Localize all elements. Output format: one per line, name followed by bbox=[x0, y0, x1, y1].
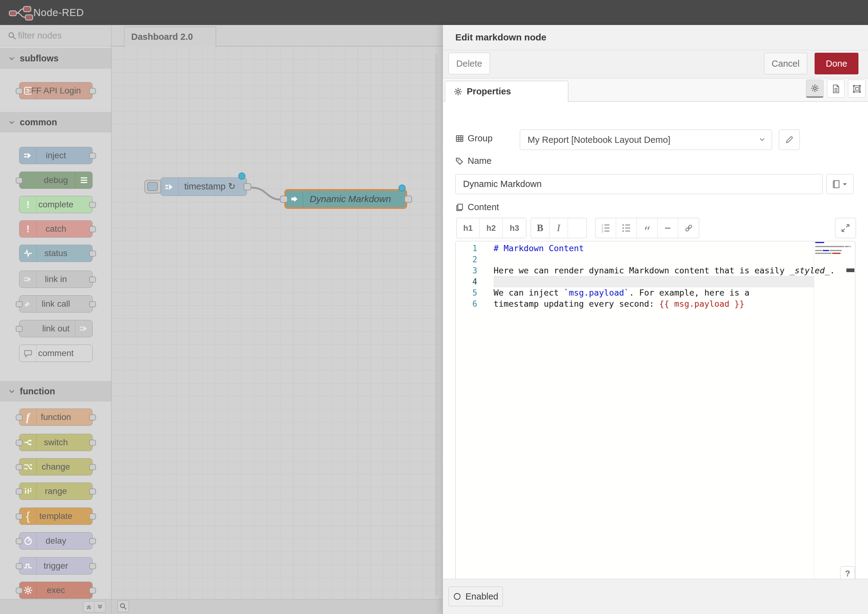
node-dynamic-markdown[interactable]: Dynamic Markdown bbox=[284, 189, 407, 209]
palette-search[interactable] bbox=[0, 25, 111, 46]
palette-category-subflows[interactable]: subflows bbox=[0, 48, 111, 68]
palette-node-template[interactable]: {template bbox=[19, 507, 93, 525]
palette-node-label: change bbox=[19, 459, 92, 475]
name-type-button[interactable] bbox=[826, 174, 854, 194]
palette-expand-all-button[interactable] bbox=[94, 601, 106, 612]
palette-node-link-in[interactable]: link in bbox=[19, 271, 93, 288]
properties-tab-button[interactable] bbox=[806, 80, 823, 98]
tray-title-bar: Edit markdown node bbox=[443, 25, 868, 50]
tab-properties[interactable]: Properties bbox=[445, 81, 568, 102]
palette-node-ff-api-login[interactable]: FF API Login bbox=[19, 82, 93, 99]
changed-indicator-markdown bbox=[399, 185, 405, 192]
tab-label: Dashboard 2.0 bbox=[124, 27, 216, 46]
palette-node-change[interactable]: change bbox=[19, 458, 93, 476]
port-markdown-output[interactable] bbox=[404, 195, 412, 203]
output-port bbox=[89, 513, 96, 519]
group-select[interactable]: My Report [Notebook Layout Demo] bbox=[520, 130, 772, 150]
minimap-line bbox=[815, 253, 840, 254]
cancel-button[interactable]: Cancel bbox=[764, 53, 807, 74]
palette-node-comment[interactable]: comment bbox=[19, 345, 93, 362]
md-ol-button[interactable]: 123 bbox=[595, 218, 616, 238]
md-code-button[interactable] bbox=[568, 218, 587, 238]
node-timestamp[interactable]: timestamp ↻ bbox=[160, 177, 247, 196]
flow-canvas[interactable]: timestamp ↻ Dynamic Markdown bbox=[112, 46, 443, 599]
input-port bbox=[16, 588, 23, 594]
palette-category-common[interactable]: common bbox=[0, 112, 111, 132]
md-h3-button[interactable]: h3 bbox=[503, 218, 526, 238]
delete-button[interactable]: Delete bbox=[449, 53, 490, 74]
palette-node-label: exec bbox=[19, 582, 92, 598]
input-port bbox=[16, 488, 23, 495]
palette-node-link-call[interactable]: link call bbox=[19, 295, 93, 313]
line-number: 6 bbox=[456, 298, 477, 310]
palette-node-status[interactable]: status bbox=[19, 245, 93, 262]
md-italic-button[interactable]: I bbox=[550, 218, 568, 238]
content-field-label: Content bbox=[455, 202, 499, 212]
palette-node-switch[interactable]: switch bbox=[19, 434, 93, 451]
line-number: 1 bbox=[456, 243, 477, 254]
md-h1-button[interactable]: h1 bbox=[457, 218, 480, 238]
name-input[interactable] bbox=[455, 174, 823, 194]
document-icon bbox=[832, 84, 840, 93]
double-chevron-up-icon bbox=[85, 603, 93, 611]
node-red-app: Node-RED subflowsFF API Login commoninje… bbox=[0, 0, 868, 614]
palette-node-inject[interactable]: inject bbox=[19, 147, 93, 164]
palette-node-trigger[interactable]: trigger bbox=[19, 557, 93, 575]
palette-node-label: delay bbox=[19, 533, 92, 549]
editor-line-6: 6 timestamp updating every second: {{ ms… bbox=[456, 298, 855, 310]
markdown-code-editor[interactable]: 1 # Markdown Content2 3 Here we can rend… bbox=[455, 241, 856, 581]
appearance-tab-button[interactable] bbox=[848, 80, 865, 98]
chevron-down-icon bbox=[8, 54, 16, 62]
output-port bbox=[89, 301, 96, 307]
palette-node-exec[interactable]: exec bbox=[19, 581, 93, 599]
md-quote-button[interactable]: “ bbox=[637, 218, 657, 238]
done-button[interactable]: Done bbox=[815, 53, 859, 74]
palette-node-label: debug bbox=[19, 172, 92, 189]
edit-group-button[interactable] bbox=[779, 130, 800, 150]
description-tab-button[interactable] bbox=[827, 80, 845, 98]
palette-node-delay[interactable]: delay bbox=[19, 532, 93, 549]
output-port bbox=[89, 488, 96, 495]
line-content: Here we can render dynamic Markdown cont… bbox=[494, 265, 814, 276]
palette-node-label: complete bbox=[19, 196, 92, 213]
port-markdown-input[interactable] bbox=[280, 195, 288, 203]
palette-node-range[interactable]: range bbox=[19, 482, 93, 500]
editor-line-1: 1 # Markdown Content bbox=[456, 243, 855, 254]
category-label: function bbox=[20, 381, 55, 401]
palette-collapse-all-button[interactable] bbox=[83, 601, 95, 612]
palette-node-catch[interactable]: !catch bbox=[19, 220, 93, 237]
palette-filter-input[interactable] bbox=[17, 28, 88, 43]
flow-workspace: Dashboard 2.0 timestamp ↻ bbox=[112, 25, 443, 614]
editor-expand-button[interactable] bbox=[835, 218, 856, 238]
editor-minimap[interactable] bbox=[815, 242, 845, 260]
palette-category-function[interactable]: function bbox=[0, 381, 111, 402]
md-link-button[interactable] bbox=[678, 218, 699, 238]
md-bold-button[interactable]: B bbox=[531, 218, 550, 238]
enabled-label: Enabled bbox=[466, 591, 498, 602]
tab-dashboard-2.0[interactable]: Dashboard 2.0 bbox=[124, 27, 216, 47]
palette-node-link-out[interactable]: link out bbox=[19, 320, 93, 337]
md-h2-button[interactable]: h2 bbox=[480, 218, 503, 238]
md-hr-button[interactable] bbox=[657, 218, 678, 238]
category-label: subflows bbox=[20, 48, 59, 68]
canvas-vertical-scrollbar[interactable] bbox=[435, 54, 438, 596]
palette-node-label: link call bbox=[19, 296, 92, 312]
md-ul-button[interactable] bbox=[616, 218, 637, 238]
node-label: Dynamic Markdown bbox=[286, 191, 405, 207]
palette-node-debug[interactable]: debug bbox=[19, 172, 93, 189]
node-enabled-toggle[interactable]: Enabled bbox=[449, 586, 503, 606]
markdown-toolbar-group-2: 123“ bbox=[595, 218, 699, 238]
palette-node-function[interactable]: ffunction bbox=[19, 408, 93, 426]
tab-properties-label: Properties bbox=[467, 81, 511, 101]
search-flows-button[interactable] bbox=[117, 600, 129, 612]
inject-trigger-button[interactable] bbox=[144, 180, 161, 194]
output-port bbox=[89, 538, 96, 544]
search-icon bbox=[8, 31, 17, 40]
line-content: # Markdown Content bbox=[494, 243, 814, 254]
output-port bbox=[89, 464, 96, 470]
tag-icon bbox=[455, 157, 464, 165]
expand-icon bbox=[841, 223, 850, 233]
palette-node-label: comment bbox=[19, 345, 92, 361]
port-timestamp-output[interactable] bbox=[244, 183, 251, 191]
palette-node-complete[interactable]: !complete bbox=[19, 196, 93, 213]
